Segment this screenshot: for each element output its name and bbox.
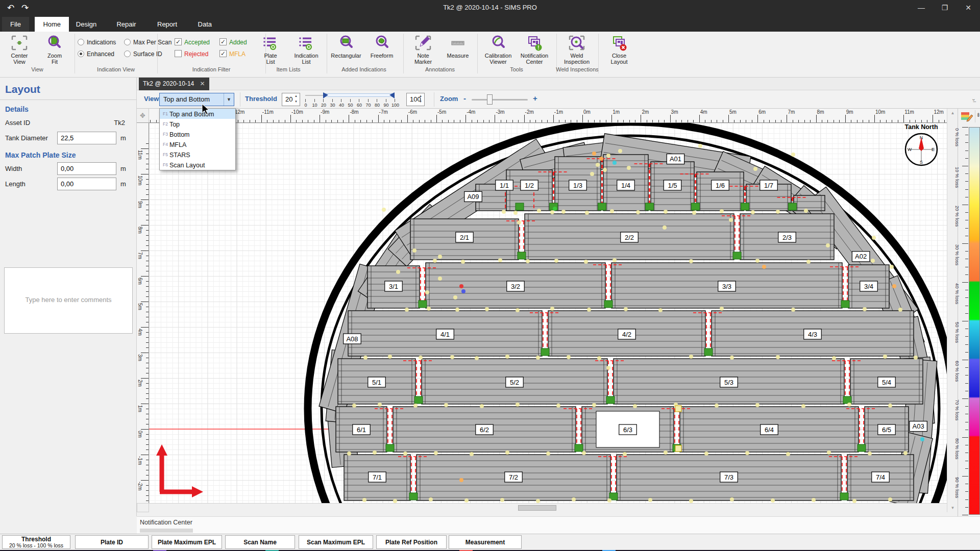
indication-dot[interactable]: [470, 452, 474, 456]
indication-dot[interactable]: [536, 356, 540, 360]
indication-dot[interactable]: [612, 161, 617, 165]
indication-dot[interactable]: [689, 355, 693, 359]
indication-dot[interactable]: [871, 259, 875, 263]
indication-dot[interactable]: [396, 270, 400, 274]
indication-dot[interactable]: [382, 208, 386, 212]
ribbon-tab-repair[interactable]: Repair: [108, 17, 144, 32]
indication-marker[interactable]: [675, 406, 681, 412]
width-input[interactable]: [57, 162, 116, 175]
indication-dot[interactable]: [888, 404, 892, 408]
indication-dot[interactable]: [597, 356, 601, 360]
indication-dot[interactable]: [888, 497, 892, 502]
horizontal-scrollbar[interactable]: [149, 503, 947, 512]
indication-dot[interactable]: [459, 284, 463, 288]
indication-dot[interactable]: [537, 209, 541, 213]
indication-dot[interactable]: [347, 452, 351, 456]
tank-layout-canvas[interactable]: A08A09A01A02A031/11/21/31/41/51/61/72/12…: [149, 123, 947, 503]
indication-dot[interactable]: [516, 308, 520, 312]
pin-panel-icon[interactable]: ⇟: [976, 112, 980, 118]
indication-dot[interactable]: [806, 260, 811, 264]
indication-dot[interactable]: [572, 497, 576, 502]
indication-dot[interactable]: [610, 209, 614, 213]
indication-dot[interactable]: [618, 149, 622, 153]
close-button[interactable]: ✕: [957, 0, 980, 17]
indication-dot[interactable]: [603, 168, 607, 172]
indication-dot[interactable]: [852, 499, 856, 503]
indication-dot[interactable]: [636, 210, 640, 214]
rectangular-button[interactable]: Rectangular: [329, 33, 363, 74]
indication-dot[interactable]: [692, 211, 696, 215]
restore-button[interactable]: ❐: [933, 0, 957, 17]
indication-dot[interactable]: [480, 404, 484, 408]
horizontal-scrollbar-thumb[interactable]: [518, 505, 556, 511]
indication-dot[interactable]: [890, 265, 894, 269]
dropdown-item-bottom[interactable]: F3Bottom: [160, 129, 235, 139]
indication-dot[interactable]: [883, 355, 887, 359]
threshold-spinner[interactable]: 20 ▲▼: [282, 93, 300, 106]
indication-dot[interactable]: [590, 172, 594, 176]
minimize-button[interactable]: —: [910, 0, 933, 17]
view-combobox[interactable]: Top and Bottom ▼: [159, 93, 234, 106]
dropdown-item-scan-layout[interactable]: F6Scan Layout: [160, 160, 235, 170]
indication-dot[interactable]: [362, 498, 366, 502]
zoom-out-button[interactable]: -: [463, 94, 466, 103]
indication-dot[interactable]: [872, 236, 876, 240]
calibration-viewer-button[interactable]: Calibration Viewer: [481, 33, 515, 74]
indication-dot[interactable]: [554, 259, 558, 263]
document-tab[interactable]: Tk2 @ 2020-10-14 ✕: [139, 78, 209, 90]
indication-dot[interactable]: [729, 218, 733, 222]
indication-dot[interactable]: [606, 154, 610, 158]
dropdown-item-top-and-bottom[interactable]: F1Top and Bottom: [160, 109, 235, 119]
indication-dot[interactable]: [776, 210, 780, 214]
indication-dot[interactable]: [689, 259, 693, 263]
indication-dot[interactable]: [419, 356, 423, 360]
indication-dot[interactable]: [502, 210, 506, 214]
indication-dot[interactable]: [606, 366, 610, 370]
indication-dot[interactable]: [596, 163, 600, 167]
indication-dot[interactable]: [438, 277, 442, 281]
indication-dot[interactable]: [633, 404, 637, 408]
indication-dot[interactable]: [434, 451, 438, 455]
spinner-arrows-icon[interactable]: ▲▼: [293, 93, 299, 106]
indication-dot[interactable]: [624, 307, 628, 311]
zoom-slider-thumb[interactable]: [487, 94, 493, 105]
indication-dot[interactable]: [623, 452, 627, 456]
indication-dot[interactable]: [363, 356, 368, 360]
indication-dot[interactable]: [755, 259, 760, 263]
measure-button[interactable]: Measure: [441, 33, 475, 74]
palette-edit-icon[interactable]: [960, 111, 973, 123]
indication-dot[interactable]: [550, 210, 554, 214]
indication-dot[interactable]: [627, 166, 631, 170]
indication-dot[interactable]: [485, 307, 489, 311]
indication-dot[interactable]: [592, 152, 596, 156]
document-tab-close-icon[interactable]: ✕: [200, 80, 205, 87]
scroll-up-icon[interactable]: ▲: [947, 109, 958, 117]
bottom-plate[interactable]: [697, 172, 744, 211]
indication-dot[interactable]: [556, 404, 560, 408]
indication-dot[interactable]: [584, 260, 588, 264]
indication-dot[interactable]: [425, 290, 429, 294]
indication-dot[interactable]: [771, 498, 775, 503]
indication-dot[interactable]: [607, 498, 611, 503]
indication-dot[interactable]: [546, 452, 550, 456]
indication-dot[interactable]: [730, 356, 734, 360]
indication-marker[interactable]: [675, 445, 681, 452]
indication-dot[interactable]: [464, 498, 469, 503]
indication-dot[interactable]: [704, 452, 708, 456]
dropdown-item-top[interactable]: F2Top: [160, 119, 235, 129]
zoom-in-button[interactable]: +: [533, 94, 537, 103]
threshold-low-handle[interactable]: [322, 91, 329, 99]
indication-dot[interactable]: [658, 308, 663, 312]
checkbox-mfla[interactable]: MFLA: [219, 50, 246, 58]
indication-dot[interactable]: [553, 207, 557, 211]
indication-dot[interactable]: [453, 295, 457, 299]
radio-surface-id[interactable]: Surface ID: [124, 50, 162, 58]
indication-dot[interactable]: [429, 497, 433, 502]
indication-dot[interactable]: [868, 452, 872, 456]
freeform-button[interactable]: Freeform: [365, 33, 399, 74]
indication-dot[interactable]: [526, 259, 530, 263]
scroll-down-icon[interactable]: ▼: [947, 504, 958, 512]
indication-dot[interactable]: [751, 210, 755, 214]
indication-dot[interactable]: [393, 499, 397, 503]
indication-dot[interactable]: [914, 356, 918, 360]
